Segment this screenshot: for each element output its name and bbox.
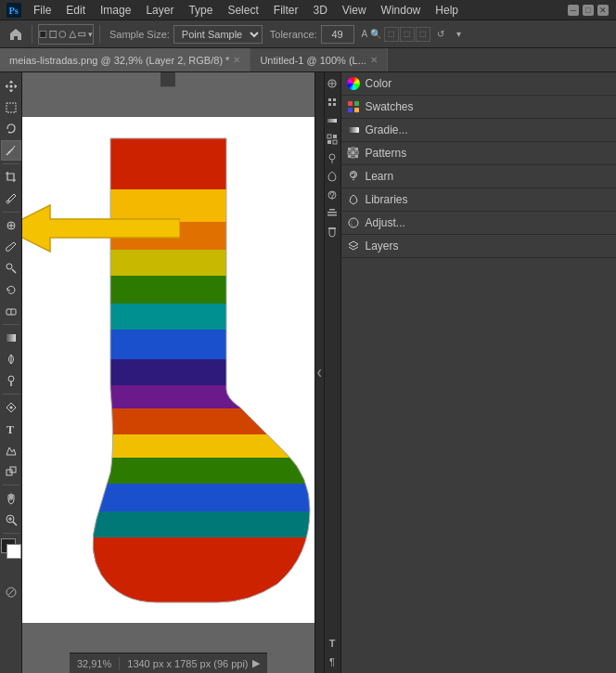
- home-button[interactable]: [6, 24, 26, 45]
- svg-rect-103: [355, 155, 358, 158]
- patterns-icon: [347, 147, 360, 160]
- menu-help[interactable]: Help: [428, 2, 466, 19]
- svg-rect-99: [352, 151, 354, 154]
- panel-item-patterns[interactable]: Patterns: [341, 142, 617, 165]
- ruler-horizontal: [160, 72, 175, 87]
- menu-image[interactable]: Image: [93, 2, 138, 19]
- right-icon-text[interactable]: T: [325, 636, 340, 651]
- tool-marquee[interactable]: [1, 97, 21, 118]
- zoom-btn-2[interactable]: ⬚: [400, 27, 415, 42]
- tab-untitled[interactable]: Untitled-1 @ 100% (L... ✕: [250, 48, 388, 71]
- tolerance-input[interactable]: [321, 25, 354, 44]
- menu-type[interactable]: Type: [181, 2, 220, 19]
- tool-hand[interactable]: [1, 488, 21, 509]
- menu-edit[interactable]: Edit: [58, 2, 93, 19]
- tool-lasso[interactable]: [1, 119, 21, 139]
- right-icon-8[interactable]: [325, 206, 340, 221]
- panel-item-swatches[interactable]: Swatches: [341, 96, 617, 119]
- menu-filter[interactable]: Filter: [266, 2, 306, 19]
- tab-meias[interactable]: meias-listradas.png @ 32,9% (Layer 2, RG…: [0, 48, 250, 71]
- rotate-btn[interactable]: ↺: [433, 27, 448, 42]
- zoom-btn-3[interactable]: ⬚: [416, 27, 430, 42]
- search-icon: 🔍: [370, 29, 381, 39]
- tool-zoom[interactable]: [1, 510, 21, 530]
- tool-pen[interactable]: [1, 397, 21, 418]
- tool-eyedropper[interactable]: [1, 188, 21, 209]
- panel-learn-label: Learn: [366, 170, 394, 183]
- svg-point-16: [6, 264, 12, 269]
- svg-line-32: [8, 589, 14, 595]
- right-panel-collapse[interactable]: ❮: [314, 72, 324, 673]
- tool-move[interactable]: [1, 76, 21, 97]
- right-icon-9[interactable]: [325, 225, 340, 239]
- panel-item-adjustments[interactable]: Adjust...: [341, 212, 617, 235]
- tool-heal[interactable]: [1, 215, 21, 236]
- status-bar: 32,91% 1340 px x 1785 px (96 ppi) ▶: [70, 653, 267, 673]
- svg-rect-89: [328, 227, 336, 229]
- menu-file[interactable]: File: [26, 2, 58, 19]
- svg-rect-59: [92, 276, 314, 304]
- foreground-background-colors[interactable]: [1, 538, 21, 559]
- anti-alias-icon: A: [362, 29, 368, 39]
- svg-rect-86: [327, 212, 337, 214]
- menu-3d[interactable]: 3D: [305, 2, 334, 19]
- canvas-area[interactable]: 32,91% 1340 px x 1785 px (96 ppi) ▶: [22, 72, 314, 673]
- tool-shape[interactable]: [1, 461, 21, 482]
- document-canvas[interactable]: [22, 87, 314, 653]
- panel-item-gradients[interactable]: Gradie...: [341, 119, 617, 142]
- right-icon-1[interactable]: [325, 76, 340, 91]
- menu-select[interactable]: Select: [220, 2, 265, 19]
- tool-magic-wand[interactable]: [1, 140, 21, 161]
- menu-window[interactable]: Window: [374, 2, 429, 19]
- tab-untitled-close[interactable]: ✕: [370, 55, 378, 65]
- right-icon-2[interactable]: [325, 95, 340, 110]
- right-icon-3[interactable]: [325, 113, 340, 128]
- tool-crop[interactable]: [1, 167, 21, 188]
- svg-rect-102: [352, 155, 354, 158]
- right-icon-7[interactable]: [325, 188, 340, 202]
- minimize-btn[interactable]: ─: [568, 5, 579, 16]
- tool-history[interactable]: [1, 279, 21, 300]
- close-btn[interactable]: ✕: [597, 5, 609, 16]
- options-btn[interactable]: ▾: [451, 27, 466, 42]
- libraries-icon: [347, 193, 360, 206]
- panel-item-color[interactable]: Color: [341, 72, 617, 96]
- menu-view[interactable]: View: [335, 2, 374, 19]
- tool-path-select[interactable]: [1, 440, 21, 460]
- tool-extra[interactable]: [1, 582, 21, 602]
- zoom-btn-1[interactable]: ⬚: [384, 27, 399, 42]
- tool-blur[interactable]: [1, 349, 21, 369]
- svg-rect-6: [79, 32, 85, 35]
- tab-meias-close[interactable]: ✕: [233, 55, 240, 65]
- svg-rect-78: [327, 119, 337, 123]
- right-icon-para[interactable]: ¶: [325, 654, 340, 669]
- arrow-svg: [22, 201, 180, 256]
- sample-size-select[interactable]: Point Sample: [173, 25, 263, 44]
- menu-layer[interactable]: Layer: [138, 2, 181, 19]
- tool-separator-2: [3, 212, 19, 213]
- right-icon-5[interactable]: [325, 150, 340, 165]
- tool-dodge[interactable]: [1, 370, 21, 391]
- learn-icon: [347, 170, 360, 183]
- svg-text:T: T: [6, 423, 14, 435]
- panel-item-layers[interactable]: Layers: [341, 235, 617, 258]
- right-icon-4[interactable]: [325, 132, 340, 147]
- panel-item-libraries[interactable]: Libraries: [341, 188, 617, 212]
- tool-preset-picker[interactable]: ▾: [38, 24, 94, 45]
- statusbar-arrow[interactable]: ▶: [252, 657, 260, 669]
- panel-item-learn[interactable]: Learn: [341, 165, 617, 188]
- right-icon-6[interactable]: [325, 169, 340, 184]
- svg-rect-69: [92, 537, 314, 612]
- tab-untitled-label: Untitled-1 @ 100% (L...: [260, 55, 366, 66]
- svg-rect-62: [92, 359, 314, 385]
- tab-meias-label: meias-listradas.png @ 32,9% (Layer 2, RG…: [9, 55, 229, 66]
- tool-text[interactable]: T: [1, 419, 21, 439]
- svg-point-7: [9, 85, 12, 88]
- background-color[interactable]: [6, 544, 21, 559]
- tool-clone[interactable]: [1, 258, 21, 278]
- tool-gradient[interactable]: [1, 328, 21, 348]
- svg-rect-65: [92, 434, 314, 458]
- maximize-btn[interactable]: □: [583, 5, 594, 16]
- tool-brush[interactable]: [1, 237, 21, 257]
- tool-eraser[interactable]: [1, 301, 21, 321]
